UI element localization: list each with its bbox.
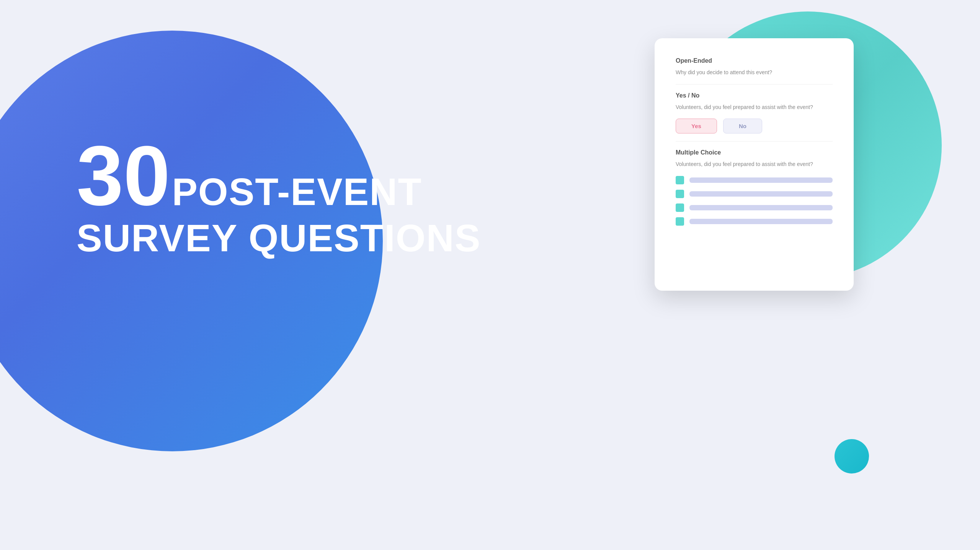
- mc-checkbox-4: [676, 217, 684, 226]
- no-button[interactable]: No: [723, 119, 762, 133]
- survey-card: Open-Ended Why did you decide to attend …: [655, 38, 854, 291]
- mc-bar-3: [689, 205, 833, 210]
- mc-options-list: [676, 176, 833, 226]
- multiple-choice-label: Multiple Choice: [676, 149, 833, 156]
- open-ended-question: Why did you decide to attend this event?: [676, 69, 833, 76]
- hero-text-block: 30 POST-EVENT SURVEY QUESTIONS: [77, 134, 481, 258]
- multiple-choice-question: Volunteers, did you feel prepared to ass…: [676, 161, 833, 168]
- open-ended-section: Open-Ended Why did you decide to attend …: [676, 57, 833, 76]
- mc-checkbox-2: [676, 190, 684, 198]
- hero-number: 30: [77, 129, 170, 223]
- hero-survey-questions: SURVEY QUESTIONS: [77, 218, 481, 258]
- mc-bar-1: [689, 177, 833, 183]
- yes-no-question: Volunteers, did you feel prepared to ass…: [676, 104, 833, 111]
- mc-option-row-1: [676, 176, 833, 184]
- mc-bar-2: [689, 191, 833, 197]
- decorative-circle-small: [835, 439, 869, 474]
- mc-option-row-4: [676, 217, 833, 226]
- mc-bar-4: [689, 219, 833, 224]
- yes-no-section: Yes / No Volunteers, did you feel prepar…: [676, 92, 833, 134]
- mc-checkbox-1: [676, 176, 684, 184]
- yes-button[interactable]: Yes: [676, 119, 717, 133]
- yes-no-buttons: Yes No: [676, 119, 833, 133]
- open-ended-label: Open-Ended: [676, 57, 833, 64]
- divider-2: [676, 141, 833, 142]
- mc-option-row-3: [676, 203, 833, 212]
- mc-checkbox-3: [676, 203, 684, 212]
- hero-post-event: POST-EVENT: [172, 170, 422, 213]
- multiple-choice-section: Multiple Choice Volunteers, did you feel…: [676, 149, 833, 226]
- divider-1: [676, 84, 833, 85]
- yes-no-label: Yes / No: [676, 92, 833, 99]
- mc-option-row-2: [676, 190, 833, 198]
